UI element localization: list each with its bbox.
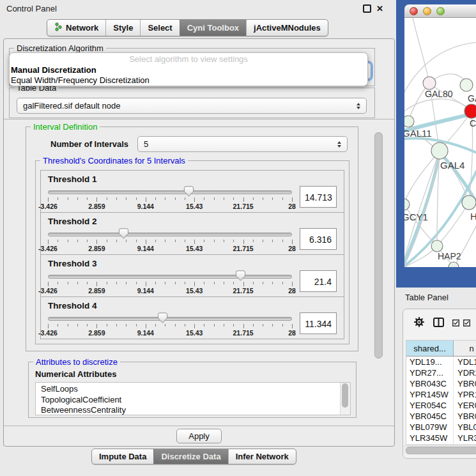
slider-tick-label: 15.43 <box>186 287 203 295</box>
column-header-shared-name[interactable]: shared... <box>406 341 454 356</box>
slider-tick-labels: -3.4262.8599.14415.4321.71528 <box>48 245 292 253</box>
threshold-slider[interactable]: -3.4262.8599.14415.4321.71528 <box>48 270 292 295</box>
apply-button[interactable]: Apply <box>176 429 222 443</box>
network-node-label: GAL11 <box>404 128 432 139</box>
slider-tick <box>194 324 195 328</box>
attribute-list-item[interactable]: TopologicalCoefficient <box>41 395 350 406</box>
slider-tick <box>146 282 146 286</box>
slider-handle[interactable] <box>235 270 246 281</box>
slider-tick <box>282 324 283 326</box>
network-window: GAL80GACGAL11GAL4GCY1HHAP2 <box>396 0 476 288</box>
minimize-traffic-light-icon[interactable] <box>423 7 431 15</box>
threshold-value-field[interactable]: 14.713 <box>300 186 337 208</box>
table-cell: YDR2 <box>454 367 476 378</box>
table-row[interactable]: YDL19...YDL1 <box>406 357 476 367</box>
tab-network[interactable]: Network <box>47 20 105 36</box>
tab-infer-network[interactable]: Infer Network <box>228 449 296 464</box>
checkbox-icon[interactable] <box>463 318 470 329</box>
network-canvas[interactable]: GAL80GACGAL11GAL4GCY1HHAP2 <box>404 18 476 267</box>
table-row[interactable]: YPR145WYPR1 <box>406 389 476 400</box>
slider-tick <box>87 324 88 326</box>
threshold-value-field[interactable]: 21.4 <box>300 270 337 292</box>
slider-handle[interactable] <box>183 186 194 197</box>
network-node-c[interactable] <box>464 104 476 118</box>
table-row[interactable]: YBR043CYBR0 <box>406 378 476 389</box>
table-row[interactable]: YIL052CYIL0 <box>406 443 476 445</box>
slider-tick-label: -3.426 <box>38 203 58 210</box>
tab-style[interactable]: Style <box>105 20 140 36</box>
slider-tick <box>272 240 273 242</box>
horizontal-scrollbar[interactable] <box>404 445 476 454</box>
tab-impute-data[interactable]: Impute Data <box>92 449 153 464</box>
network-node-gcy1[interactable] <box>404 199 410 210</box>
slider-tick <box>204 240 204 242</box>
close-icon[interactable]: ✕ <box>376 4 383 13</box>
slider-tick <box>155 324 156 326</box>
slider-tick <box>263 240 263 242</box>
table-row[interactable]: YDR27...YDR2 <box>406 367 476 378</box>
tab-discretize-data[interactable]: Discretize Data <box>153 449 227 464</box>
table-data-combobox[interactable]: galFiltered.sif default node <box>17 98 367 114</box>
threshold-panel: Threshold 1 -3.4262.8599.14415.4321.7152… <box>40 170 344 213</box>
table-row[interactable]: YBL079WYBL0 <box>406 422 476 433</box>
threshold-slider[interactable]: -3.4262.8599.14415.4321.71528 <box>48 185 292 211</box>
attributes-scrollbar[interactable] <box>340 383 350 415</box>
slider-tick-label: 9.144 <box>137 329 154 337</box>
slider-tick <box>253 324 254 326</box>
table-row[interactable]: YLR345WYLR3 <box>406 433 476 443</box>
dropdown-option-equal-width-frequency[interactable]: Equal Width/Frequency Discretization <box>10 75 367 86</box>
network-node-ga[interactable] <box>460 79 473 91</box>
slider-tick <box>136 324 137 326</box>
vertical-scrollbar[interactable] <box>371 119 385 426</box>
float-window-icon[interactable] <box>363 4 371 13</box>
attribute-list-item[interactable]: SelfLoops <box>41 384 350 395</box>
dropdown-option-manual-discretization[interactable]: Manual Discretization <box>10 65 367 75</box>
column-header-name[interactable]: n <box>454 341 476 356</box>
network-node-label: H <box>470 211 476 222</box>
tab-select[interactable]: Select <box>140 20 179 36</box>
slider-tick <box>116 197 117 200</box>
table-cell: YIL052C <box>406 443 454 445</box>
slider-track[interactable] <box>48 317 292 321</box>
slider-tick <box>292 197 293 202</box>
checkbox-icon[interactable] <box>452 318 459 329</box>
network-node-h[interactable] <box>462 196 476 210</box>
slider-tick <box>107 240 107 242</box>
tab-label: Network <box>66 23 98 33</box>
horizontal-scrollbar-thumb[interactable] <box>406 447 476 454</box>
split-columns-icon[interactable] <box>433 318 444 330</box>
slider-track[interactable] <box>48 190 292 194</box>
network-node-gal80[interactable] <box>423 77 436 89</box>
table-row[interactable]: YBR045CYBR0 <box>406 411 476 422</box>
threshold-slider[interactable]: -3.4262.8599.14415.4321.71528 <box>48 227 292 253</box>
slider-tick <box>233 324 234 326</box>
attributes-scrollbar-thumb[interactable] <box>342 383 348 408</box>
slider-tick-label: 9.144 <box>137 245 154 252</box>
close-traffic-light-icon[interactable] <box>410 7 418 15</box>
slider-tick-label: 21.715 <box>233 329 254 337</box>
table-cell: YDL1 <box>454 357 476 367</box>
attribute-list-item[interactable]: BetweennessCentrality <box>41 405 350 415</box>
algorithm-dropdown-popup: Select algorithm to view settings Manual… <box>9 52 368 86</box>
slider-tick <box>155 197 156 200</box>
threshold-value-field[interactable]: 6.316 <box>300 228 337 250</box>
network-node-gal11[interactable] <box>404 116 414 127</box>
network-node-hap2[interactable] <box>431 240 443 252</box>
vertical-scrollbar-thumb[interactable] <box>374 132 383 358</box>
slider-track[interactable] <box>48 233 292 236</box>
network-node-gal4[interactable] <box>431 142 448 159</box>
tab-cyni-toolbox[interactable]: Cyni Toolbox <box>180 20 246 36</box>
zoom-traffic-light-icon[interactable] <box>436 7 445 15</box>
threshold-value-field[interactable]: 11.344 <box>300 312 337 334</box>
slider-track[interactable] <box>48 275 292 279</box>
slider-tick-label: 2.859 <box>88 287 105 295</box>
slider-handle[interactable] <box>157 312 168 323</box>
threshold-slider[interactable]: -3.4262.8599.14415.4321.71528 <box>48 312 292 337</box>
number-of-intervals-combobox[interactable]: 5 <box>137 136 348 152</box>
threshold-label: Threshold 3 <box>48 259 337 268</box>
tab-jactivemnodules[interactable]: jActiveMNodules <box>246 20 328 36</box>
gear-icon[interactable] <box>413 316 425 330</box>
slider-handle[interactable] <box>118 228 129 239</box>
network-window-titlebar[interactable] <box>404 4 476 18</box>
table-row[interactable]: YER054CYER0 <box>406 400 476 411</box>
